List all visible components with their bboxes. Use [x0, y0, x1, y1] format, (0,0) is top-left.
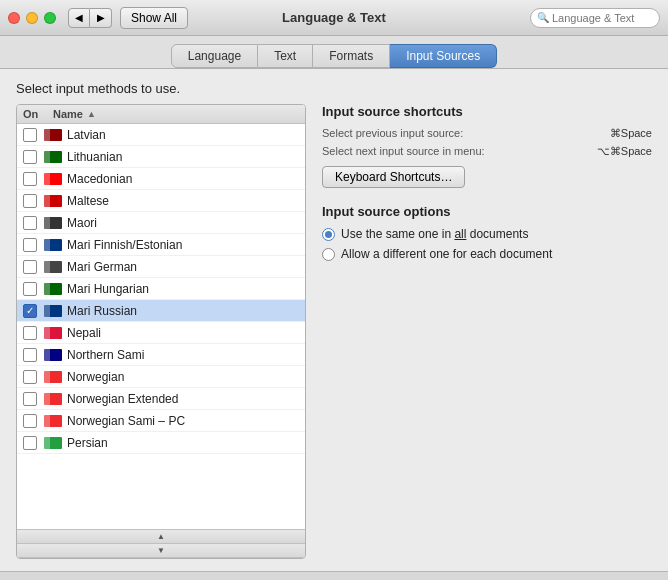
- list-item-label: Nepali: [67, 326, 101, 340]
- search-input[interactable]: [552, 12, 653, 24]
- list-item-checkbox[interactable]: [23, 326, 37, 340]
- list-item[interactable]: Persian: [17, 432, 305, 454]
- keyboard-shortcuts-button[interactable]: Keyboard Shortcuts…: [322, 166, 465, 188]
- header-on: On: [23, 108, 53, 120]
- tab-input-sources[interactable]: Input Sources: [390, 44, 497, 68]
- header-name: Name ▲: [53, 108, 299, 120]
- list-item-label: Norwegian: [67, 370, 124, 384]
- shortcuts-section: Input source shortcuts Select previous i…: [322, 104, 652, 188]
- list-item-checkbox[interactable]: ✓: [23, 304, 37, 318]
- minimize-button[interactable]: [26, 12, 38, 24]
- list-item[interactable]: Latvian: [17, 124, 305, 146]
- list-item-label: Maori: [67, 216, 97, 230]
- shortcut-key-2: ⌥⌘Space: [597, 145, 652, 158]
- list-item-checkbox[interactable]: [23, 172, 37, 186]
- svg-rect-19: [44, 327, 50, 339]
- list-item-label: Mari Finnish/Estonian: [67, 238, 182, 252]
- svg-rect-23: [44, 371, 50, 383]
- tab-language[interactable]: Language: [171, 44, 258, 68]
- flag-icon: [43, 128, 63, 142]
- main-content: Select input methods to use. On Name ▲ L…: [0, 69, 668, 571]
- list-item-checkbox[interactable]: [23, 150, 37, 164]
- list-item[interactable]: Mari Finnish/Estonian: [17, 234, 305, 256]
- list-item-label: Northern Sami: [67, 348, 144, 362]
- close-button[interactable]: [8, 12, 20, 24]
- options-section: Input source options Use the same one in…: [322, 204, 652, 267]
- list-item-checkbox[interactable]: [23, 238, 37, 252]
- flag-icon: [43, 216, 63, 230]
- nav-buttons: ◀ ▶: [68, 8, 112, 28]
- list-item[interactable]: Mari Hungarian: [17, 278, 305, 300]
- flag-icon: [43, 392, 63, 406]
- bottom-bar: 🔍 ✓ Show Input menu in menu bar ?: [0, 571, 668, 580]
- content-area: On Name ▲ LatvianLithuanianMacedonianMal…: [16, 104, 652, 559]
- flag-icon: [43, 370, 63, 384]
- radio-diff-doc[interactable]: [322, 248, 335, 261]
- back-button[interactable]: ◀: [68, 8, 90, 28]
- scroll-up-button[interactable]: ▲: [17, 530, 305, 544]
- list-item[interactable]: Nepali: [17, 322, 305, 344]
- tab-text[interactable]: Text: [258, 44, 313, 68]
- list-item-label: Mari Russian: [67, 304, 137, 318]
- show-all-button[interactable]: Show All: [120, 7, 188, 29]
- list-item-checkbox[interactable]: [23, 414, 37, 428]
- flag-icon: [43, 260, 63, 274]
- list-item[interactable]: Lithuanian: [17, 146, 305, 168]
- list-item-label: Mari Hungarian: [67, 282, 149, 296]
- list-item[interactable]: Mari German: [17, 256, 305, 278]
- search-icon: 🔍: [537, 12, 549, 23]
- list-item-checkbox[interactable]: [23, 436, 37, 450]
- list-item[interactable]: Macedonian: [17, 168, 305, 190]
- list-item-checkbox[interactable]: [23, 194, 37, 208]
- list-header: On Name ▲: [17, 105, 305, 124]
- flag-icon: [43, 282, 63, 296]
- zoom-button[interactable]: [44, 12, 56, 24]
- shortcut-row-2: Select next input source in menu: ⌥⌘Spac…: [322, 145, 652, 158]
- list-body[interactable]: LatvianLithuanianMacedonianMalteseMaoriM…: [17, 124, 305, 529]
- list-item-checkbox[interactable]: [23, 260, 37, 274]
- list-item-checkbox[interactable]: [23, 282, 37, 296]
- list-item[interactable]: Norwegian: [17, 366, 305, 388]
- list-item[interactable]: ✓Mari Russian: [17, 300, 305, 322]
- search-box[interactable]: 🔍: [530, 8, 660, 28]
- list-item[interactable]: Maori: [17, 212, 305, 234]
- shortcuts-title: Input source shortcuts: [322, 104, 652, 119]
- list-item-label: Lithuanian: [67, 150, 122, 164]
- list-item-label: Maltese: [67, 194, 109, 208]
- list-item-checkbox[interactable]: [23, 128, 37, 142]
- window-title: Language & Text: [282, 10, 386, 25]
- list-item[interactable]: Norwegian Sami – PC: [17, 410, 305, 432]
- radio-row-2[interactable]: Allow a different one for each document: [322, 247, 652, 261]
- scroll-down-button[interactable]: ▼: [17, 544, 305, 558]
- flag-icon: [43, 150, 63, 164]
- svg-rect-17: [44, 305, 50, 317]
- right-panel: Input source shortcuts Select previous i…: [322, 104, 652, 559]
- flag-icon: [43, 326, 63, 340]
- list-item-checkbox[interactable]: [23, 216, 37, 230]
- radio-row-1[interactable]: Use the same one in all documents: [322, 227, 652, 241]
- list-item-checkbox[interactable]: [23, 392, 37, 406]
- svg-rect-27: [44, 415, 50, 427]
- shortcut-label-2: Select next input source in menu:: [322, 145, 485, 158]
- titlebar: ◀ ▶ Show All Language & Text 🔍: [0, 0, 668, 36]
- flag-icon: [43, 436, 63, 450]
- list-item[interactable]: Northern Sami: [17, 344, 305, 366]
- list-item[interactable]: Maltese: [17, 190, 305, 212]
- sort-arrow-icon: ▲: [87, 109, 96, 119]
- flag-icon: [43, 348, 63, 362]
- list-item-checkbox[interactable]: [23, 348, 37, 362]
- traffic-lights: [8, 12, 56, 24]
- radio-label-1: Use the same one in all documents: [341, 227, 528, 241]
- list-item-checkbox[interactable]: [23, 370, 37, 384]
- radio-same-doc[interactable]: [322, 228, 335, 241]
- forward-button[interactable]: ▶: [90, 8, 112, 28]
- flag-icon: [43, 414, 63, 428]
- svg-rect-1: [44, 129, 50, 141]
- tab-formats[interactable]: Formats: [313, 44, 390, 68]
- list-item-label: Norwegian Extended: [67, 392, 178, 406]
- list-item[interactable]: Norwegian Extended: [17, 388, 305, 410]
- flag-icon: [43, 238, 63, 252]
- svg-rect-9: [44, 217, 50, 229]
- list-item-label: Mari German: [67, 260, 137, 274]
- shortcut-key-1: ⌘Space: [610, 127, 652, 140]
